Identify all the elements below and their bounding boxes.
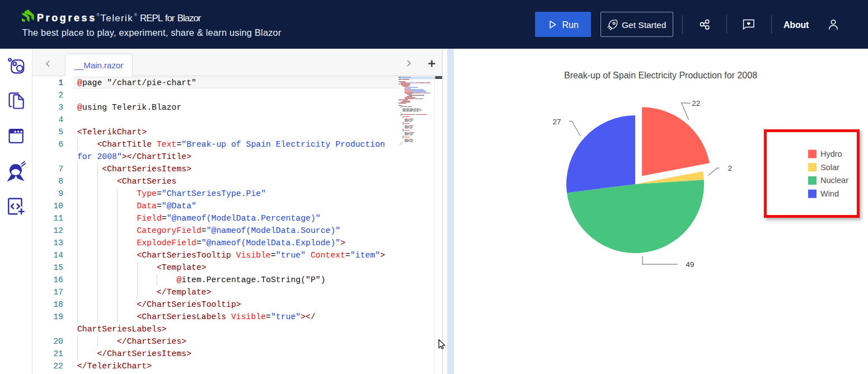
svg-text:2: 2: [728, 164, 732, 172]
svg-text:22: 22: [692, 99, 700, 107]
svg-text:49: 49: [686, 260, 694, 269]
svg-text:27: 27: [552, 118, 561, 126]
svg-text:Break-up of Spain Electricity: Break-up of Spain Electricity Production…: [564, 71, 757, 80]
